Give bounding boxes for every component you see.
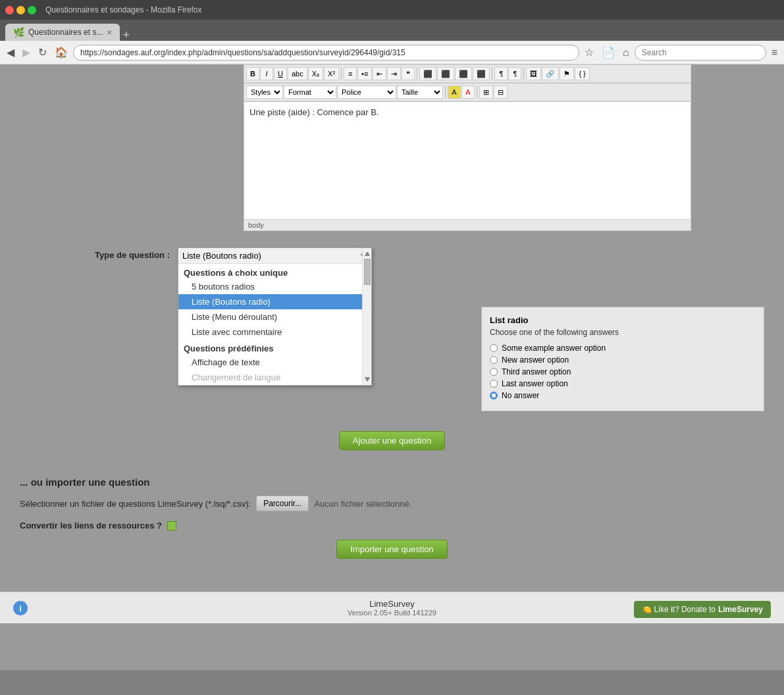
unordered-list-button[interactable]: •≡	[357, 67, 372, 80]
page-footer: LimeSurvey Version 2.05+ Build 141229 i …	[0, 592, 784, 623]
question-type-row: Type de question : Liste (Boutons radio)…	[0, 247, 784, 260]
scroll-down-icon	[365, 377, 370, 382]
dropdown-group-2-label: Questions prédéfinies	[178, 340, 371, 355]
underline-button[interactable]: U	[274, 67, 287, 80]
toolbar-separator-4	[523, 68, 524, 80]
blockquote-button[interactable]: ❝	[402, 67, 415, 80]
police-select[interactable]: Police	[337, 86, 396, 99]
dropdown-scroll-area[interactable]: Questions à choix unique 5 boutons radio…	[178, 264, 371, 385]
preview-option-4: Last answer option	[490, 379, 756, 388]
preview-option-1: Some example answer option	[490, 344, 756, 353]
import-title: ... ou importer une question	[20, 476, 764, 488]
image-button[interactable]: 🖼	[526, 67, 541, 80]
tab-label: Questionnaires et s...	[28, 28, 103, 37]
add-question-button[interactable]: Ajouter une question	[339, 431, 445, 450]
bg-color-button[interactable]: A	[448, 86, 461, 99]
scroll-thumb	[364, 259, 371, 285]
toolbar-separator-5	[445, 86, 446, 98]
radio-icon-5	[490, 392, 498, 399]
flag-button[interactable]: ⚑	[560, 67, 574, 80]
preview-option-2-text: New answer option	[502, 355, 569, 365]
preview-option-5-text: No answer	[502, 391, 539, 400]
taille-select[interactable]: Taille	[397, 86, 443, 99]
bookmark-star-icon[interactable]: ☆	[582, 45, 596, 60]
preview-option-2: New answer option	[490, 355, 756, 365]
import-question-button[interactable]: Importer une question	[336, 540, 447, 559]
editor-status-text: body	[248, 221, 264, 229]
align-justify-button[interactable]: ⬛	[473, 67, 490, 80]
italic-button[interactable]: I	[260, 67, 273, 80]
editor-body[interactable]: Une piste (aide) : Comence par B.	[244, 101, 691, 220]
dropdown-item-changement[interactable]: Changement de langue	[178, 370, 371, 385]
home-button[interactable]: 🏠	[52, 45, 70, 60]
align-center-button[interactable]: ⬛	[437, 67, 454, 80]
home-nav-icon[interactable]: ⌂	[620, 45, 632, 60]
forward-button[interactable]: ▶	[20, 45, 33, 60]
back-button[interactable]: ◀	[4, 45, 17, 60]
search-input[interactable]	[635, 45, 766, 61]
dropdown-item-5boutons[interactable]: 5 boutons radios	[178, 279, 371, 294]
preview-panel: List radio Choose one of the following a…	[481, 307, 764, 411]
question-type-label: Type de question :	[13, 247, 178, 260]
toolbar-separator-6	[477, 86, 477, 98]
dropdown-item-affichage[interactable]: Affichage de texte	[178, 355, 371, 370]
close-button[interactable]	[5, 6, 14, 14]
link-button[interactable]: 🔗	[542, 67, 559, 80]
dropdown-item-listemenu[interactable]: Liste (Menu déroulant)	[178, 309, 371, 324]
no-file-text: Aucun fichier sélectionné.	[314, 499, 411, 509]
dropdown-item-listecommentaire[interactable]: Liste avec commentaire	[178, 324, 371, 340]
browse-button[interactable]: Parcourir...	[256, 496, 309, 511]
ordered-list-button[interactable]: ≡	[344, 67, 357, 80]
strikethrough-button[interactable]: abc	[288, 67, 307, 80]
browser-navbar: ◀ ▶ ↻ 🏠 ☆ 📄 ⌂ ≡	[0, 41, 784, 64]
align-right-button[interactable]: ⬛	[455, 67, 472, 80]
ltr-button[interactable]: ¶	[494, 67, 508, 80]
table-button[interactable]: ⊞	[479, 86, 493, 99]
toolbar-separator	[341, 68, 342, 80]
editor-toolbar-row1: B I U abc X₂ X² ≡ •≡ ⇤ ⇥ ❝ ⬛ ⬛ ⬛ ⬛ ¶ ¶ 🖼…	[244, 64, 691, 83]
browser-titlebar: Questionnaires et sondages - Mozilla Fir…	[0, 0, 784, 20]
subscript-button[interactable]: X₂	[308, 67, 323, 80]
dropdown-item-listeboutons[interactable]: Liste (Boutons radio)	[178, 294, 371, 309]
badge-text: Like it? Donate to	[654, 605, 716, 614]
convert-checkbox[interactable]	[167, 521, 176, 530]
minimize-button[interactable]	[16, 6, 25, 14]
text-color-button[interactable]: A	[461, 86, 475, 99]
radio-icon-1	[490, 344, 498, 352]
form-area: Type de question : Liste (Boutons radio)…	[0, 241, 784, 463]
reload-button[interactable]: ↻	[36, 45, 49, 60]
radio-dot	[492, 394, 496, 398]
dropdown-header: Liste (Boutons radio) ▼	[178, 248, 371, 264]
superscript-button[interactable]: X²	[324, 67, 339, 80]
align-left-button[interactable]: ⬛	[419, 67, 436, 80]
preview-option-1-text: Some example answer option	[502, 344, 606, 353]
badge-brand: LimeSurvey	[718, 605, 763, 614]
dropdown-header-text: Liste (Boutons radio)	[182, 251, 261, 261]
convert-label: Convertir les liens de ressources ?	[20, 521, 162, 530]
menu-icon[interactable]: ≡	[769, 45, 780, 60]
outdent-button[interactable]: ⇤	[373, 67, 386, 80]
dropdown-scrollbar[interactable]	[362, 248, 371, 385]
source-button[interactable]: { }	[575, 67, 589, 80]
styles-select[interactable]: Styles	[246, 86, 283, 99]
scroll-up-icon	[365, 251, 370, 256]
format-select[interactable]: Format	[284, 86, 336, 99]
bold-button[interactable]: B	[246, 67, 259, 80]
page-content: B I U abc X₂ X² ≡ •≡ ⇤ ⇥ ❝ ⬛ ⬛ ⬛ ⬛ ¶ ¶ 🖼…	[0, 64, 784, 670]
editor-toolbar-row2: Styles Format Police Taille A A ⊞ ⊟	[244, 83, 691, 101]
maximize-button[interactable]	[28, 6, 36, 14]
browser-tab[interactable]: 🌿 Questionnaires et s... ✕	[5, 24, 120, 41]
bookmark-icon[interactable]: 📄	[599, 45, 617, 60]
limesurvey-badge[interactable]: 🍋 Like it? Donate to LimeSurvey	[634, 601, 771, 618]
rtl-button[interactable]: ¶	[508, 67, 521, 80]
indent-button[interactable]: ⇥	[387, 67, 401, 80]
extra-button[interactable]: ⊟	[494, 86, 508, 99]
editor-area: B I U abc X₂ X² ≡ •≡ ⇤ ⇥ ❝ ⬛ ⬛ ⬛ ⬛ ¶ ¶ 🖼…	[244, 64, 691, 231]
info-icon[interactable]: i	[13, 601, 28, 615]
import-section: ... ou importer une question Sélectionne…	[0, 463, 784, 579]
tab-close-icon[interactable]: ✕	[107, 29, 112, 36]
new-tab-button[interactable]: +	[122, 29, 130, 41]
toolbar-separator-2	[417, 68, 417, 80]
badge-icon: 🍋	[642, 605, 652, 614]
url-bar[interactable]	[73, 45, 579, 61]
